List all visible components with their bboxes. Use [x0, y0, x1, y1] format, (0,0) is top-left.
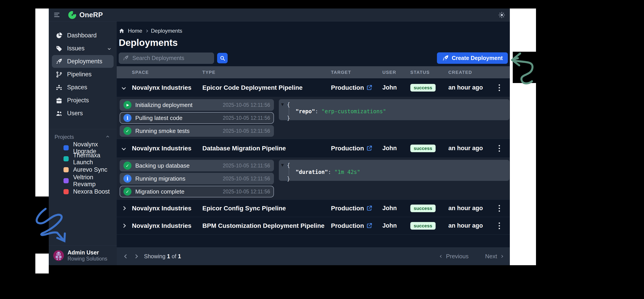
check-icon: ✓ — [124, 188, 132, 196]
sidebar-item-label: Issues — [67, 45, 84, 52]
target-label: Production — [331, 145, 364, 152]
row-type: Epicor Code Deployment Pipeline — [201, 84, 330, 91]
table-row: Novalynx Industries Database Migration P… — [117, 139, 510, 158]
breadcrumb: Home Deployments — [119, 28, 510, 34]
sidebar-item-dashboard[interactable]: Dashboard — [52, 29, 114, 42]
row-user: John — [381, 145, 409, 152]
sidebar-item-pipelines[interactable]: Pipelines — [52, 68, 114, 81]
git-branch-icon — [55, 71, 63, 78]
project-item-veltrion-revamp[interactable]: Veltrion Revamp — [49, 175, 117, 186]
search-button[interactable] — [217, 53, 228, 63]
row-details: ✓ Backing up database 2025-10-05 12:11:5… — [117, 158, 510, 200]
row-status: success — [409, 222, 447, 230]
project-label: Thermaxa Launch — [73, 152, 117, 166]
sidebar-item-issues[interactable]: Issues — [52, 42, 114, 55]
row-status: success — [409, 84, 447, 92]
expand-row-button[interactable] — [117, 224, 131, 227]
sidebar-item-users[interactable]: Users — [52, 107, 114, 120]
row-menu-button[interactable] — [496, 145, 503, 152]
row-menu-button[interactable] — [496, 222, 503, 229]
sidebar-user-card[interactable]: Admin User Rowing Solutions — [49, 245, 117, 265]
sidebar-item-label: Spaces — [67, 84, 87, 91]
sidebar-item-deployments[interactable]: Deployments — [52, 55, 114, 68]
target-label: Production — [331, 222, 364, 229]
page-prev-icon[interactable] — [124, 254, 128, 258]
next-button[interactable]: Next — [485, 253, 503, 260]
left-bottom-white-block — [35, 253, 49, 273]
step-item[interactable]: ✓ Running smoke tests 2025-10-05 12:11:5… — [120, 125, 274, 137]
row-target-link[interactable]: Production — [330, 205, 381, 212]
project-label: Nexora Boost — [73, 188, 110, 195]
external-link-icon — [366, 145, 372, 151]
target-label: Production — [331, 84, 364, 91]
step-item[interactable]: ✓ Backing up database 2025-10-05 12:11:5… — [120, 160, 274, 171]
hand-drawn-green-arrow — [510, 52, 538, 88]
expand-row-button[interactable] — [117, 207, 131, 210]
create-deployment-button[interactable]: Create Deployment — [437, 52, 508, 64]
json-key: "repo" — [296, 108, 315, 115]
project-color-swatch — [64, 145, 69, 150]
status-badge: success — [410, 145, 436, 152]
rocket-icon — [442, 55, 449, 62]
brand-name: OneRP — [80, 11, 103, 19]
step-timestamp: 2025-10-05 12:11:56 — [223, 102, 270, 108]
row-user: John — [381, 84, 409, 91]
json-open-brace: { — [287, 101, 505, 108]
deployment-steps: ▶ Initializing deployment 2025-10-05 12:… — [120, 99, 274, 137]
project-color-swatch — [64, 156, 69, 161]
step-timestamp: 2025-10-05 12:11:56 — [223, 189, 270, 195]
user-org: Rowing Solutions — [68, 256, 107, 262]
row-menu-button[interactable] — [496, 84, 503, 91]
check-icon: ✓ — [124, 127, 132, 135]
toolbar: Create Deployment — [119, 52, 508, 64]
app-window: OneRP Dashboard — [49, 9, 510, 265]
json-colon: : — [315, 108, 322, 115]
step-item-selected[interactable]: i Pulling latest code 2025-10-05 12:11:5… — [120, 112, 274, 124]
sidebar-item-label: Dashboard — [67, 32, 96, 39]
project-color-swatch — [64, 167, 69, 172]
json-payload-viewer: ▼ { "duration": "1m 42s" } — [279, 160, 510, 181]
json-collapse-toggle[interactable]: ▼ — [281, 101, 284, 108]
theme-toggle-button[interactable] — [498, 12, 505, 19]
status-badge: success — [410, 84, 436, 92]
row-target-link[interactable]: Production — [330, 222, 381, 229]
sun-icon — [498, 12, 505, 19]
page-number: 1 — [167, 253, 170, 259]
chevron-right-icon — [500, 255, 503, 258]
step-item-selected[interactable]: ✓ Migration complete 2025-10-05 12:11:56 — [120, 186, 274, 197]
breadcrumb-home[interactable]: Home — [128, 28, 142, 34]
project-item-thermaxa-launch[interactable]: Thermaxa Launch — [49, 153, 117, 164]
row-created: an hour ago — [447, 205, 495, 212]
chevron-down-icon — [122, 146, 126, 150]
onerp-logo-icon — [68, 11, 76, 19]
row-type: Epicor Config Sync Pipeline — [201, 205, 330, 212]
collapse-row-button[interactable] — [117, 86, 131, 89]
sidebar-item-spaces[interactable]: Spaces — [52, 81, 114, 94]
of-label: of — [172, 253, 176, 259]
row-space: Novalynx Industries — [131, 145, 201, 152]
step-item[interactable]: ▶ Initializing deployment 2025-10-05 12:… — [120, 99, 274, 111]
project-item-nexora-boost[interactable]: Nexora Boost — [49, 186, 117, 197]
row-target-link[interactable]: Production — [330, 145, 381, 152]
step-label: Running smoke tests — [135, 128, 190, 135]
json-value: "1m 42s" — [334, 169, 360, 175]
tag-icon — [55, 45, 63, 52]
step-item[interactable]: i Running migrations 2025-10-05 12:11:56 — [120, 173, 274, 184]
row-menu-button[interactable] — [496, 205, 503, 212]
search-icon — [220, 55, 226, 61]
row-target-link[interactable]: Production — [330, 84, 381, 91]
menu-toggle-icon[interactable] — [54, 13, 61, 17]
row-space: Novalynx Industries — [131, 205, 201, 212]
page-next-icon[interactable] — [134, 254, 138, 258]
collapse-row-button[interactable] — [117, 147, 131, 150]
home-icon[interactable] — [119, 28, 124, 34]
step-label: Pulling latest code — [135, 115, 182, 122]
json-collapse-toggle[interactable]: ▼ — [281, 162, 284, 169]
search-input[interactable] — [119, 53, 214, 64]
sidebar-item-projects[interactable]: Projects — [52, 94, 114, 107]
pagination-arrows — [125, 255, 137, 258]
previous-button[interactable]: Previous — [440, 253, 468, 260]
sidebar-item-label: Deployments — [67, 58, 102, 65]
table-row: Novalynx Industries Epicor Code Deployme… — [117, 78, 510, 97]
breadcrumb-current[interactable]: Deployments — [151, 28, 182, 34]
